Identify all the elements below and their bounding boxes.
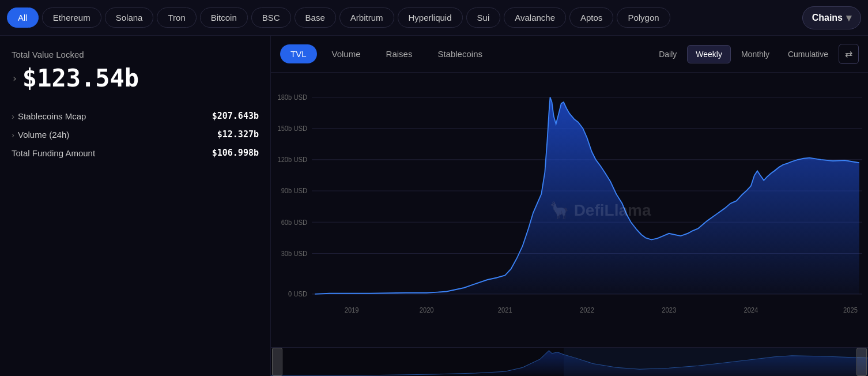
time-btn-monthly[interactable]: Monthly	[733, 46, 778, 63]
svg-text:2019: 2019	[345, 307, 359, 314]
stats-table: › Stablecoins Mcap $207.643b › Volume (2…	[12, 111, 259, 158]
chain-pill-polygon[interactable]: Polygon	[617, 7, 670, 28]
funding-value: $106.998b	[212, 148, 259, 158]
chain-pill-ethereum[interactable]: Ethereum	[42, 7, 101, 28]
chevron-down-icon: ▾	[846, 12, 851, 24]
chain-pill-base[interactable]: Base	[295, 7, 336, 28]
volume-label[interactable]: › Volume (24h)	[12, 130, 69, 140]
svg-text:30b USD: 30b USD	[281, 250, 307, 257]
svg-text:2024: 2024	[744, 307, 758, 314]
time-btn-daily[interactable]: Daily	[651, 46, 685, 63]
chain-pill-arbitrum[interactable]: Arbitrum	[339, 7, 394, 28]
stat-row-stablecoins: › Stablecoins Mcap $207.643b	[12, 111, 259, 121]
chart-area: 🦙 DefiLlama 180b USD 150b USD	[271, 73, 868, 347]
time-btn-cumulative[interactable]: Cumulative	[780, 46, 836, 63]
tvl-amount: $123.54b	[22, 64, 139, 92]
arrow-icon: ›	[12, 111, 14, 121]
top-navigation: All Ethereum Solana Tron Bitcoin BSC Bas…	[0, 0, 868, 36]
minimap[interactable]	[271, 347, 868, 376]
svg-text:2025: 2025	[843, 307, 858, 314]
arrow-icon: ›	[12, 130, 14, 140]
chain-pill-sui[interactable]: Sui	[466, 7, 501, 28]
svg-text:180b USD: 180b USD	[277, 94, 307, 101]
funding-label: Total Funding Amount	[12, 148, 95, 158]
svg-text:2020: 2020	[420, 307, 434, 314]
expand-button[interactable]: ⇄	[839, 44, 859, 64]
tab-stablecoins[interactable]: Stablecoins	[427, 44, 493, 63]
svg-text:60b USD: 60b USD	[281, 219, 307, 225]
svg-text:2023: 2023	[662, 307, 676, 314]
svg-text:2021: 2021	[498, 307, 512, 314]
svg-text:2022: 2022	[580, 307, 594, 314]
left-panel: Total Value Locked › $123.54b › Stableco…	[0, 36, 271, 376]
chains-label: Chains	[812, 13, 843, 23]
time-btn-weekly[interactable]: Weekly	[687, 45, 731, 63]
stablecoins-mcap-label[interactable]: › Stablecoins Mcap	[12, 111, 86, 121]
chains-dropdown[interactable]: Chains ▾	[802, 6, 861, 29]
main-chart-svg: 180b USD 150b USD 120b USD 90b USD 60b U…	[271, 78, 868, 347]
svg-text:90b USD: 90b USD	[281, 187, 307, 194]
chain-pill-aptos[interactable]: Aptos	[569, 7, 613, 28]
right-panel: TVL Volume Raises Stablecoins Daily Week…	[271, 36, 868, 376]
volume-value: $12.327b	[217, 129, 259, 140]
stablecoins-mcap-value: $207.643b	[212, 111, 259, 121]
stat-row-volume: › Volume (24h) $12.327b	[12, 129, 259, 140]
tvl-value: › $123.54b	[12, 64, 259, 92]
svg-text:150b USD: 150b USD	[277, 125, 307, 132]
chain-pill-tron[interactable]: Tron	[157, 7, 196, 28]
stat-row-funding: Total Funding Amount $106.998b	[12, 148, 259, 158]
chain-pill-bitcoin[interactable]: Bitcoin	[200, 7, 248, 28]
chain-pill-all[interactable]: All	[7, 7, 39, 28]
svg-text:0 USD: 0 USD	[288, 291, 307, 298]
chain-pill-avalanche[interactable]: Avalanche	[504, 7, 566, 28]
tvl-arrow-icon: ›	[12, 72, 18, 84]
svg-rect-22	[564, 348, 868, 376]
main-content: Total Value Locked › $123.54b › Stableco…	[0, 36, 868, 376]
chain-pill-hyperliquid[interactable]: Hyperliquid	[398, 7, 463, 28]
svg-text:120b USD: 120b USD	[277, 156, 307, 163]
chain-pill-bsc[interactable]: BSC	[251, 7, 291, 28]
time-controls: Daily Weekly Monthly Cumulative ⇄	[651, 44, 859, 64]
tab-raises[interactable]: Raises	[376, 44, 423, 63]
tab-volume[interactable]: Volume	[322, 44, 371, 63]
minimap-right-handle[interactable]	[856, 348, 867, 376]
tvl-label: Total Value Locked	[12, 50, 259, 59]
tab-tvl[interactable]: TVL	[280, 44, 317, 63]
chain-pill-solana[interactable]: Solana	[105, 7, 154, 28]
chart-controls: TVL Volume Raises Stablecoins Daily Week…	[271, 36, 868, 73]
minimap-left-handle[interactable]	[272, 348, 282, 376]
